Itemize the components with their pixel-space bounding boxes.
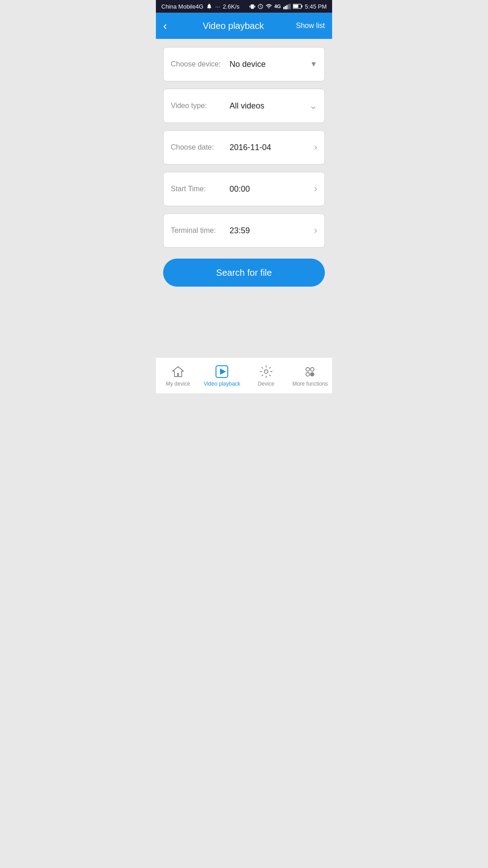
choose-date-row[interactable]: Choose date: 2016-11-04 › — [163, 130, 325, 165]
play-icon — [215, 364, 229, 379]
video-type-label: Video type: — [171, 102, 230, 110]
nav-item-my-device[interactable]: My device — [156, 360, 200, 392]
svg-rect-6 — [301, 5, 302, 8]
terminal-time-value: 23:59 — [230, 226, 310, 236]
signal-icon — [283, 4, 291, 9]
wifi-icon — [266, 3, 272, 9]
svg-point-11 — [306, 368, 310, 371]
choose-device-label: Choose device: — [171, 60, 230, 68]
svg-rect-0 — [283, 7, 285, 9]
gear-icon — [259, 364, 273, 379]
nav-label-device: Device — [258, 381, 274, 387]
choose-date-value: 2016-11-04 — [230, 143, 310, 152]
svg-point-14 — [310, 373, 314, 376]
svg-point-13 — [306, 373, 310, 376]
search-button[interactable]: Search for file — [163, 259, 325, 287]
dropdown-triangle-icon: ▼ — [310, 60, 317, 68]
nav-item-more-functions[interactable]: More functions — [288, 360, 333, 392]
terminal-time-label: Terminal time: — [171, 226, 230, 235]
header: ‹ Video playback Show list — [156, 13, 332, 39]
svg-rect-2 — [286, 5, 287, 9]
video-type-row[interactable]: Video type: All videos ⌄ — [163, 89, 325, 123]
start-time-row[interactable]: Start Time: 00:00 › — [163, 172, 325, 206]
start-time-label: Start Time: — [171, 185, 230, 193]
main-content: Choose device: No device ▼ Video type: A… — [156, 39, 332, 357]
speed-text: 2.6K/s — [223, 3, 239, 10]
svg-rect-4 — [289, 4, 291, 9]
nav-label-my-device: My device — [166, 381, 190, 387]
chevron-right-icon-date: › — [314, 142, 317, 153]
svg-point-12 — [310, 368, 314, 371]
nav-item-device[interactable]: Device — [244, 360, 288, 392]
svg-rect-7 — [293, 5, 298, 8]
terminal-time-row[interactable]: Terminal time: 23:59 › — [163, 213, 325, 248]
nav-label-more-functions: More functions — [292, 381, 328, 387]
svg-rect-3 — [288, 4, 289, 9]
battery-icon — [293, 4, 303, 9]
carrier-text: China Mobile4G — [161, 3, 203, 10]
status-bar: China Mobile4G ··· 2.6K/s 4G — [156, 0, 332, 13]
dots-text: ··· — [215, 3, 220, 10]
nav-label-video-playback: Video playback — [204, 381, 240, 387]
bell-icon — [206, 3, 212, 9]
status-right: 4G 5:45 PM — [249, 3, 327, 10]
chevron-right-icon-start: › — [314, 183, 317, 195]
home-icon — [171, 364, 185, 379]
choose-date-label: Choose date: — [171, 143, 230, 151]
network-badge: 4G — [274, 4, 281, 9]
alarm-icon — [258, 4, 263, 9]
back-button[interactable]: ‹ — [163, 18, 171, 33]
vibrate-icon — [249, 4, 255, 9]
status-left: China Mobile4G ··· 2.6K/s — [161, 3, 239, 10]
page-title: Video playback — [171, 21, 296, 31]
svg-point-10 — [264, 370, 268, 373]
more-icon — [303, 364, 317, 379]
svg-rect-1 — [285, 6, 286, 9]
choose-device-value: No device — [230, 60, 306, 69]
nav-item-video-playback[interactable]: Video playback — [200, 360, 244, 392]
time-text: 5:45 PM — [305, 3, 327, 10]
show-list-button[interactable]: Show list — [296, 22, 325, 30]
svg-marker-9 — [220, 368, 226, 375]
start-time-value: 00:00 — [230, 184, 310, 194]
choose-device-row[interactable]: Choose device: No device ▼ — [163, 47, 325, 81]
chevron-down-icon: ⌄ — [309, 100, 317, 112]
bottom-nav: My device Video playback Device — [156, 357, 332, 393]
chevron-right-icon-terminal: › — [314, 225, 317, 236]
video-type-value: All videos — [230, 101, 305, 111]
